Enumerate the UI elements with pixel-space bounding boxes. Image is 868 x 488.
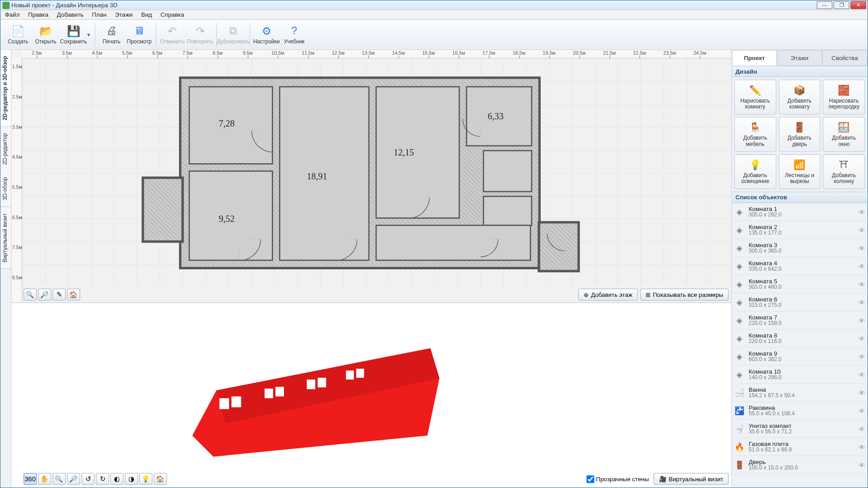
floorplan-canvas[interactable]: 7,28 9,52 18,91 12,15 6,33 bbox=[22, 58, 731, 286]
new-button[interactable]: 📄Создать bbox=[4, 21, 32, 48]
model-3d[interactable] bbox=[186, 321, 445, 460]
menu-Этажи[interactable]: Этажи bbox=[111, 11, 137, 18]
visibility-icon[interactable]: 👁 bbox=[859, 244, 865, 252]
zoom-out-icon[interactable]: 🔍 bbox=[24, 289, 37, 301]
save-dropdown-icon[interactable]: ▾ bbox=[87, 32, 92, 38]
visibility-icon[interactable]: 👁 bbox=[859, 461, 865, 469]
object-row[interactable]: 🚰Раковина55.0 x 45.0 x 108.4👁 bbox=[732, 402, 868, 420]
object-row[interactable]: 🚽Унитаз компакт35.6 x 56.5 x 71.2👁 bbox=[732, 420, 868, 438]
left-tab-combined[interactable]: 2D-редактор и 3D-обзор bbox=[0, 50, 11, 127]
visibility-icon[interactable]: 👁 bbox=[859, 371, 865, 378]
visibility-icon[interactable]: 👁 bbox=[859, 407, 865, 414]
view-3d[interactable]: 360 ✋ 🔍 🔎 ↺ ↻ ◐ ◑ 💡 🏠 Прозрачные стены 🎥… bbox=[11, 303, 731, 488]
print-icon: 🖨 bbox=[104, 25, 119, 37]
objects-list[interactable]: ◈Комната 1305.0 x 292.0👁◈Комната 2135.0 … bbox=[732, 203, 868, 487]
object-row[interactable]: 🔥Газовая плита51.0 x 62.1 x 86.9👁 bbox=[732, 438, 868, 456]
redo-button: ↷Повторить bbox=[186, 21, 214, 48]
object-row[interactable]: ◈Комната 10140.0 x 296.0👁 bbox=[732, 366, 868, 384]
menu-Справка[interactable]: Справка bbox=[156, 11, 189, 18]
design-addcol-button[interactable]: ⛩Добавитьколонну bbox=[823, 154, 865, 189]
object-row[interactable]: ◈Комната 4335.0 x 642.0👁 bbox=[732, 257, 868, 275]
room-7[interactable] bbox=[483, 196, 532, 226]
help-button[interactable]: ?Учебник bbox=[280, 21, 308, 48]
left-tab-3d[interactable]: 3D-обзор bbox=[0, 171, 11, 207]
design-drawwall-button[interactable]: 🧱Нарисоватьперегородку bbox=[823, 80, 865, 114]
home-icon[interactable]: 🏠 bbox=[154, 473, 167, 485]
visibility-icon[interactable]: 👁 bbox=[859, 389, 865, 396]
home-icon[interactable]: 🏠 bbox=[67, 289, 80, 301]
visibility-icon[interactable]: 👁 bbox=[859, 263, 865, 270]
toolbar-separator bbox=[94, 23, 95, 47]
left-tab-2d[interactable]: 2D-редактор bbox=[0, 127, 11, 171]
zoom-out-icon[interactable]: 🔍 bbox=[52, 473, 66, 485]
zoom-in-icon[interactable]: 🔎 bbox=[38, 289, 51, 301]
design-drawroom-button[interactable]: ✏️Нарисоватькомнату bbox=[734, 80, 776, 114]
object-row[interactable]: ◈Комната 9603.0 x 382.0👁 bbox=[732, 347, 868, 366]
preview-button[interactable]: 🖥Просмотр bbox=[125, 21, 153, 48]
virtual-visit-button[interactable]: 🎥Виртуальный визит bbox=[654, 473, 729, 485]
object-row[interactable]: ◈Комната 3305.0 x 365.0👁 bbox=[732, 239, 868, 257]
visibility-icon[interactable]: 👁 bbox=[859, 335, 865, 342]
right-tab-props[interactable]: Свойства bbox=[822, 50, 868, 66]
light-icon[interactable]: 💡 bbox=[139, 473, 152, 485]
visibility-icon[interactable]: 👁 bbox=[859, 443, 865, 450]
close-button[interactable]: ✕ bbox=[850, 1, 866, 9]
menu-Правка[interactable]: Правка bbox=[24, 11, 53, 18]
svg-rect-5 bbox=[275, 387, 284, 396]
left-tab-virtual[interactable]: Виртуальный визит bbox=[0, 207, 11, 269]
object-row[interactable]: 🛁Ванна154.2 x 67.5 x 50.4👁 bbox=[732, 384, 868, 402]
room-9[interactable] bbox=[376, 225, 531, 261]
design-grid: ✏️Нарисоватькомнату📦Добавитькомнату🧱Нари… bbox=[732, 77, 868, 192]
maximize-button[interactable]: ❐ bbox=[834, 1, 849, 9]
visibility-icon[interactable]: 👁 bbox=[859, 281, 865, 288]
menu-План[interactable]: План bbox=[88, 11, 111, 18]
print-button[interactable]: 🖨Печать bbox=[98, 21, 125, 48]
visibility-icon[interactable]: 👁 bbox=[859, 317, 865, 324]
view-mode-icon[interactable]: ◐ bbox=[110, 473, 123, 485]
open-button[interactable]: 📂Открыть bbox=[32, 21, 60, 48]
addcol-icon: ⛩ bbox=[837, 159, 850, 171]
zoom-in-icon[interactable]: 🔎 bbox=[67, 473, 80, 485]
visibility-icon[interactable]: 👁 bbox=[859, 353, 865, 360]
object-icon: ◈ bbox=[734, 243, 745, 253]
design-addroom-button[interactable]: 📦Добавитькомнату bbox=[778, 80, 821, 114]
design-adddoor-button[interactable]: 🚪Добавитьдверь bbox=[778, 117, 821, 152]
rotate-360-icon[interactable]: 360 bbox=[24, 473, 37, 485]
menu-Файл[interactable]: Файл bbox=[0, 11, 24, 18]
save-button[interactable]: 💾Сохранить bbox=[60, 21, 87, 48]
menu-Вид[interactable]: Вид bbox=[137, 11, 156, 18]
rotate-left-icon[interactable]: ↺ bbox=[81, 473, 94, 485]
transparent-walls-checkbox[interactable]: Прозрачные стены bbox=[586, 475, 649, 483]
design-addlight-button[interactable]: 💡Добавитьосвещение bbox=[734, 154, 776, 189]
object-row[interactable]: ◈Комната 5303.0 x 480.0👁 bbox=[732, 275, 868, 293]
view-2d[interactable]: 2.5м3.5м4.5м5.5м6.5м7.5м8.5м9.5м10.5м11.… bbox=[11, 50, 731, 303]
design-addfurn-button[interactable]: 🪑Добавитьмебель bbox=[734, 117, 776, 152]
draw-tool-icon[interactable]: ✎ bbox=[52, 289, 66, 301]
add-floor-button[interactable]: ⊕Добавить этаж bbox=[578, 289, 637, 301]
design-addwin-button[interactable]: 🪟Добавитьокно bbox=[823, 117, 865, 152]
right-tab-floors[interactable]: Этажи bbox=[777, 50, 822, 66]
visibility-icon[interactable]: 👁 bbox=[859, 208, 865, 216]
right-tab-project[interactable]: Проект bbox=[732, 50, 777, 66]
design-stairs-button[interactable]: 📶Лестницы ивырезы bbox=[778, 154, 821, 189]
show-dims-button[interactable]: ⊞Показывать все размеры bbox=[640, 289, 729, 301]
object-row[interactable]: ◈Комната 8220.0 x 116.0👁 bbox=[732, 329, 868, 347]
menu-Добавить[interactable]: Добавить bbox=[52, 11, 88, 18]
object-row[interactable]: ◈Комната 2135.0 x 177.0👁 bbox=[732, 221, 868, 239]
visibility-icon[interactable]: 👁 bbox=[859, 425, 865, 432]
rotate-right-icon[interactable]: ↻ bbox=[96, 473, 109, 485]
new-icon: 📄 bbox=[11, 25, 25, 37]
visibility-icon[interactable]: 👁 bbox=[859, 226, 865, 234]
visibility-icon[interactable]: 👁 bbox=[859, 299, 865, 306]
settings-button[interactable]: ⚙Настройки bbox=[253, 21, 280, 48]
minimize-button[interactable]: — bbox=[817, 1, 833, 9]
object-row[interactable]: ◈Комната 6315.0 x 275.0👁 bbox=[732, 293, 868, 311]
object-row[interactable]: ◈Комната 1305.0 x 292.0👁 bbox=[732, 203, 868, 221]
object-dims: 335.0 x 642.0 bbox=[749, 266, 859, 272]
room-area-label: 7,28 bbox=[219, 119, 235, 129]
view-mode2-icon[interactable]: ◑ bbox=[125, 473, 138, 485]
object-row[interactable]: 🚪Дверь100.0 x 15.0 x 200.0👁 bbox=[732, 456, 868, 474]
room-6[interactable] bbox=[483, 150, 532, 192]
pan-icon[interactable]: ✋ bbox=[38, 473, 51, 485]
object-row[interactable]: ◈Комната 7220.0 x 159.0👁 bbox=[732, 311, 868, 329]
